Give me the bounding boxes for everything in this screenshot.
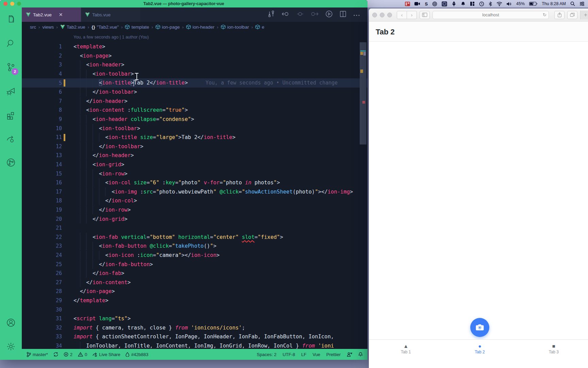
new-tab-button[interactable]: + [580,11,588,19]
code-line-30[interactable]: 30 [22,305,368,314]
line-number[interactable]: 33 [22,334,62,340]
code-line-5[interactable]: 5 <ion-title>Tab 2</ion-title>You, a few… [22,78,368,88]
status-2[interactable]: 2 [64,352,72,357]
status-feedback[interactable] [347,352,352,357]
line-number[interactable]: 2 [22,53,62,59]
line-number[interactable]: 14 [22,162,62,168]
live-share-icon[interactable] [0,127,22,151]
rocket-app-icon[interactable] [452,1,456,6]
code-line-25[interactable]: 25 </ion-fab-button> [22,260,368,269]
breadcrumb-item[interactable]: template [125,25,149,30]
wifi-icon[interactable] [496,2,502,6]
line-number[interactable]: 23 [22,243,62,249]
breadcrumb-item[interactable]: views [43,25,54,30]
line-number[interactable]: 29 [22,297,62,304]
code-line-7[interactable]: 7 </ion-header> [22,97,368,106]
settings-gear-icon[interactable] [0,335,22,358]
close-window-button[interactable] [372,13,377,17]
line-number[interactable]: 10 [22,125,62,132]
line-number[interactable]: 32 [22,325,62,331]
sidebar-icon[interactable] [420,11,430,19]
code-line-9[interactable]: 9 <ion-header collapse="condense"> [22,115,368,124]
line-number[interactable]: 15 [22,171,62,177]
line-number[interactable]: 25 [22,261,62,267]
breadcrumb-item[interactable]: ion-header [186,25,215,30]
code-line-18[interactable]: 18 </ion-col> [22,196,368,205]
line-number[interactable]: 34 [22,343,62,349]
line-number[interactable]: 4 [22,71,62,77]
status-sync[interactable] [53,352,58,357]
breadcrumb-item[interactable]: ion-toolbar [221,25,249,30]
status-#42b883[interactable]: #42b883 [126,352,148,357]
bluetooth-icon[interactable] [489,1,492,6]
forward-button[interactable]: › [407,11,417,19]
zoom-window-button[interactable] [387,13,392,17]
line-number[interactable]: 21 [22,225,62,231]
line-number[interactable]: 16 [22,180,62,186]
menu-bar-clock[interactable]: Thu 8:28 AM [542,1,566,6]
code-line-12[interactable]: 12 </ion-toolbar> [22,142,368,151]
run-debug-icon[interactable] [0,79,22,103]
code-line-16[interactable]: 16 <ion-col size="6" :key="photo" v-for=… [22,178,368,187]
line-number[interactable]: 12 [22,143,62,150]
status-master-[interactable]: master* [27,352,48,357]
control-center-icon[interactable] [579,2,585,6]
code-line-23[interactable]: 23 <ion-fab-button @click="takePhoto()"> [22,242,368,251]
line-number[interactable]: 27 [22,279,62,286]
status-0[interactable]: 0 [78,352,87,357]
code-line-10[interactable]: 10 <ion-toolbar> [22,124,368,133]
line-number[interactable]: 11 [22,134,62,140]
line-number[interactable]: 8 [22,107,62,113]
code-line-8[interactable]: 8 <ion-content :fullscreen="true"> [22,106,368,115]
code-line-6[interactable]: 6 </ion-toolbar> [22,88,368,97]
line-number[interactable]: 26 [22,270,62,276]
split-editor-icon[interactable] [340,11,346,19]
status-vue[interactable]: Vue [312,352,320,357]
code-line-33[interactable]: 33import { actionSheetController, IonPag… [22,332,368,341]
app-tab-tab1[interactable]: ▲Tab 1 [369,340,443,358]
accounts-icon[interactable] [0,311,22,335]
line-number[interactable]: 9 [22,116,62,122]
s-app-icon[interactable]: S [425,1,428,6]
take-photo-fab-button[interactable] [470,318,489,337]
code-line-22[interactable]: 22 <ion-fab vertical="bottom" horizontal… [22,232,368,242]
code-line-3[interactable]: 3 <ion-header> [22,60,368,70]
reload-icon[interactable]: ↻ [543,12,546,17]
search-icon[interactable] [0,31,22,55]
code-line-29[interactable]: 29</template> [22,296,368,305]
code-line-17[interactable]: 17 <ion-img :src="photo.webviewPath" @cl… [22,187,368,197]
editor-tab-tabsvue[interactable]: Tabs.vue [81,7,140,22]
code-line-4[interactable]: 4 <ion-toolbar> [22,70,368,79]
line-number[interactable]: 24 [22,252,62,258]
line-number[interactable]: 18 [22,198,62,204]
code-line-34[interactable]: 34 IonToolbar, IonTitle, IonContent, Ion… [22,341,368,349]
clock-app-icon[interactable] [479,1,484,6]
code-line-20[interactable]: 20 </ion-grid> [22,214,368,224]
explorer-icon[interactable] [0,7,22,31]
code-line-19[interactable]: 19 </ion-row> [22,205,368,215]
address-bar[interactable]: localhost ↻ [432,11,549,19]
editor-tab-tab2vue[interactable]: Tab2.vue✕ [22,7,81,22]
extensions-icon[interactable] [0,103,22,127]
code-line-2[interactable]: 2 <ion-page> [22,51,368,61]
more-actions-icon[interactable] [353,12,360,18]
line-number[interactable]: 19 [22,207,62,213]
run-file-icon[interactable] [325,10,333,19]
status-prettier[interactable]: Prettier [326,352,341,357]
line-number[interactable]: 30 [22,307,62,313]
tab-overview-icon[interactable] [567,11,577,19]
line-number[interactable]: 22 [22,234,62,240]
status-utf-8[interactable]: UTF-8 [282,352,295,357]
status-lf[interactable]: LF [301,352,306,357]
spotlight-search-icon[interactable] [570,1,575,6]
status-spaces-2[interactable]: Spaces: 2 [257,352,277,357]
breadcrumb-item[interactable]: ion-page [156,25,180,30]
breadcrumb-item[interactable]: e [255,25,264,30]
status-live-share[interactable]: Live Share [93,352,120,357]
screen-record-app-icon[interactable] [405,2,410,6]
code-line-24[interactable]: 24 <ion-icon :icon="camera"></ion-icon> [22,251,368,260]
line-number[interactable]: 6 [22,89,62,95]
open-changes-icon[interactable] [267,10,275,19]
code-line-21[interactable]: 21 [22,224,368,233]
line-number[interactable]: 17 [22,189,62,195]
